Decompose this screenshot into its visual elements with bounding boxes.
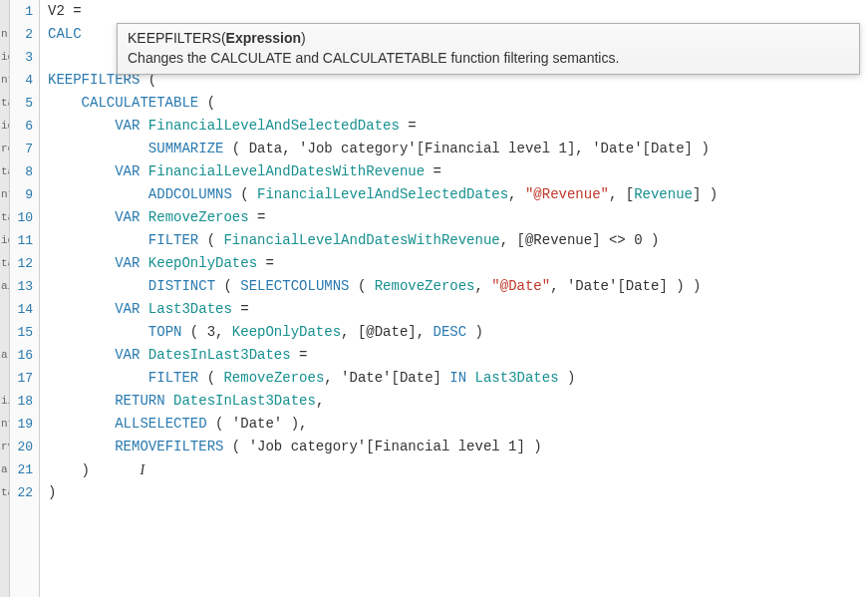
intellisense-tooltip: KEEPFILTERS(Expression) Changes the CALC…: [117, 23, 860, 75]
line-number: 6: [10, 115, 33, 138]
line-number: 1: [10, 0, 33, 23]
line-number: 4: [10, 69, 33, 92]
line-number: 18: [10, 390, 33, 413]
line-number-gutter: 12345678910111213141516171819202122: [10, 0, 40, 597]
code-line[interactable]: RETURN DatesInLast3Dates,: [48, 390, 868, 413]
line-number: 13: [10, 275, 33, 298]
code-line[interactable]: ): [48, 481, 868, 504]
code-line[interactable]: ADDCOLUMNS ( FinancialLevelAndSelectedDa…: [48, 183, 868, 206]
code-line[interactable]: CALCULATETABLE (: [48, 92, 868, 115]
code-line[interactable]: ) I: [48, 458, 868, 481]
text-cursor-icon: I: [140, 462, 145, 477]
code-line[interactable]: FILTER ( FinancialLevelAndDatesWithReven…: [48, 229, 868, 252]
line-number: 10: [10, 206, 33, 229]
tooltip-signature: KEEPFILTERS(Expression): [128, 28, 849, 48]
code-editor[interactable]: nicnttaicretanttaictaalailntrvarta 12345…: [0, 0, 868, 597]
code-line[interactable]: VAR RemoveZeroes =: [48, 206, 868, 229]
line-number: 19: [10, 413, 33, 436]
code-line[interactable]: DISTINCT ( SELECTCOLUMNS ( RemoveZeroes,…: [48, 275, 868, 298]
code-line[interactable]: REMOVEFILTERS ( 'Job category'[Financial…: [48, 436, 868, 458]
code-line[interactable]: VAR FinancialLevelAndDatesWithRevenue =: [48, 160, 868, 183]
code-line[interactable]: VAR KeepOnlyDates =: [48, 252, 868, 275]
code-line[interactable]: TOPN ( 3, KeepOnlyDates, [@Date], DESC ): [48, 321, 868, 344]
code-line[interactable]: V2 =: [48, 0, 868, 23]
line-number: 7: [10, 138, 33, 160]
line-number: 14: [10, 298, 33, 321]
code-line[interactable]: VAR FinancialLevelAndSelectedDates =: [48, 115, 868, 138]
line-number: 21: [10, 458, 33, 481]
line-number: 15: [10, 321, 33, 344]
line-number: 20: [10, 436, 33, 458]
code-line[interactable]: VAR Last3Dates =: [48, 298, 868, 321]
line-number: 11: [10, 229, 33, 252]
left-marker-strip: nicnttaicretanttaictaalailntrvarta: [0, 0, 10, 597]
line-number: 16: [10, 344, 33, 367]
line-number: 9: [10, 183, 33, 206]
line-number: 2: [10, 23, 33, 46]
code-line[interactable]: VAR DatesInLast3Dates =: [48, 344, 868, 367]
tooltip-description: Changes the CALCULATE and CALCULATETABLE…: [128, 48, 849, 68]
line-number: 5: [10, 92, 33, 115]
line-number: 12: [10, 252, 33, 275]
code-line[interactable]: ALLSELECTED ( 'Date' ),: [48, 413, 868, 436]
code-area[interactable]: KEEPFILTERS(Expression) Changes the CALC…: [40, 0, 868, 597]
line-number: 22: [10, 481, 33, 504]
line-number: 8: [10, 160, 33, 183]
code-line[interactable]: SUMMARIZE ( Data, 'Job category'[Financi…: [48, 138, 868, 160]
line-number: 17: [10, 367, 33, 390]
line-number: 3: [10, 46, 33, 69]
code-line[interactable]: FILTER ( RemoveZeroes, 'Date'[Date] IN L…: [48, 367, 868, 390]
